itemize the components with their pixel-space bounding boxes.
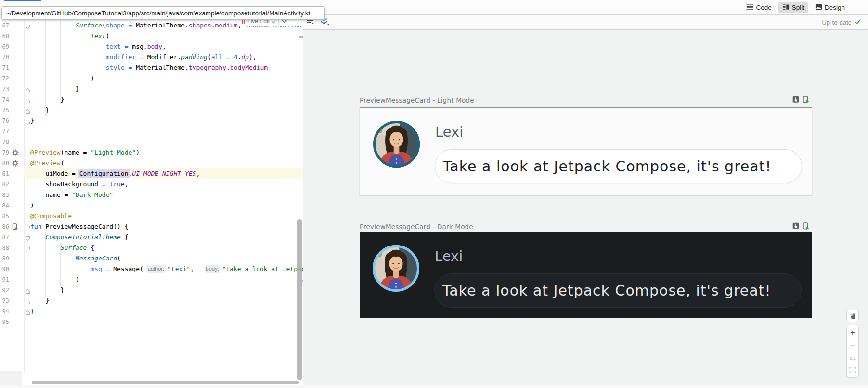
fold-marker[interactable] [25,86,30,91]
code-token: MaterialTheme. [136,22,189,29]
code-token: ) [136,149,140,156]
fold-marker[interactable] [25,234,30,240]
parameter-hint: body: [205,265,220,273]
code-line[interactable]: 95 [0,317,303,327]
code-line[interactable]: 72 ) [0,73,303,84]
code-text: } [30,285,64,296]
design-icon [815,3,822,12]
code-line[interactable]: 93 } [0,296,303,306]
tab-design[interactable]: Design [811,2,849,13]
tab-split[interactable]: Split [778,2,808,13]
line-number: 72 [0,73,9,84]
code-token: , [190,265,201,272]
code-text: } [30,116,34,126]
run-on-device-icon[interactable] [803,222,809,232]
line-number: 69 [0,41,9,52]
code-editor[interactable]: 67 Surface(shape = MaterialTheme.shapes.… [0,15,303,388]
code-token: style = [106,64,136,71]
code-token [30,43,106,50]
code-text: @Preview(name = "Light Mode") [30,147,140,158]
code-line[interactable]: 77 [0,126,303,137]
code-line[interactable]: 71 style = MaterialTheme.typography.body… [0,63,303,73]
interactive-mode-icon[interactable] [792,96,799,105]
zoom-100-button[interactable]: 1:1 [849,355,856,361]
code-line[interactable]: 73 } [0,84,303,94]
code-line[interactable]: 91 ) [0,274,303,285]
fold-marker[interactable] [25,245,30,250]
code-line[interactable]: 94} [0,306,303,317]
code-line[interactable]: 88 Surface { [0,243,303,253]
preview-settings-gear-icon[interactable] [12,149,19,156]
code-token: name = [30,191,72,198]
zoom-controls: + − 1:1 [846,325,859,378]
code-token [30,32,91,39]
file-path-breadcrumb[interactable]: ~/Development/GitHub/ComposeTutorial3/ap… [1,6,325,20]
code-line[interactable]: 74 } [0,94,303,105]
code-line[interactable]: 83 name = "Dark Mode" [0,190,303,200]
code-line[interactable]: 85@Composable [0,211,303,221]
code-line[interactable]: 84) [0,200,303,211]
fold-marker[interactable] [25,23,30,28]
preview-title-dark: PreviewMessageCard - Dark Mode [360,223,473,231]
line-number: 90 [0,264,9,274]
code-line[interactable]: 79@Preview(name = "Light Mode") [0,147,303,158]
code-line[interactable]: 87 ComposeTutorialTheme { [0,232,303,243]
preview-title-light: PreviewMessageCard - Light Mode [360,96,474,104]
pan-tool-button[interactable] [846,310,859,322]
code-line[interactable]: 76} [0,116,303,126]
line-number: 82 [0,179,9,190]
code-line[interactable]: 90 msg = Message(author:"Lexi", body:"Ta… [0,264,303,274]
code-text: } [30,306,34,317]
code-token: ( [61,159,65,167]
code-line[interactable]: 81 uiMode = Configuration.UI_MODE_NIGHT_… [0,168,303,179]
code-token: dp [241,53,249,61]
run-on-device-icon[interactable] [803,96,809,105]
code-line[interactable]: 78 [0,137,303,147]
code-token: ) [30,75,94,82]
fold-marker[interactable] [25,97,30,102]
tab-code[interactable]: Code [742,2,775,13]
line-number: 95 [0,317,9,327]
code-line[interactable]: 68 Text( [0,31,303,41]
zoom-in-button[interactable]: + [850,328,855,336]
fold-marker[interactable] [25,118,30,123]
fold-marker[interactable] [25,287,30,293]
code-token: , [162,43,166,50]
preview-card-dark: Lexi Take a look at Jetpack Compose, it'… [360,232,812,318]
tab-design-label: Design [825,4,845,11]
code-line[interactable]: 89 MessageCard( [0,253,303,264]
code-line[interactable]: 75 } [0,105,303,116]
code-line[interactable]: 80@Preview( [0,158,303,168]
run-preview-icon[interactable] [12,223,19,230]
split-icon [782,3,790,12]
fold-marker[interactable] [25,224,30,229]
code-token: ( [106,32,110,39]
editor-horizontal-scrollbar[interactable] [32,381,299,384]
code-text: } [30,84,79,94]
fold-marker[interactable] [25,298,30,303]
editor-vertical-scrollbar[interactable] [297,219,302,380]
code-line[interactable]: 82 showBackground = true, [0,179,303,190]
preview-settings-gear-icon[interactable] [12,160,19,167]
preview-card-light: Lexi Take a look at Jetpack Compose, it'… [360,107,812,195]
line-number: 93 [0,296,9,306]
code-text: modifier = Modifier.padding(all = 4.dp), [30,52,257,63]
code-line[interactable]: 86fun PreviewMessageCard() { [0,221,303,232]
code-line[interactable]: 92 } [0,285,303,296]
code-token [30,64,106,71]
code-token: "Dark Mode" [72,191,113,198]
fold-marker[interactable] [25,107,30,113]
fold-marker[interactable] [25,309,30,314]
code-token: Surface [61,244,87,251]
code-token: } [30,96,64,103]
interactive-mode-icon[interactable] [792,222,799,232]
code-token: , [196,170,200,177]
zoom-out-button[interactable]: − [850,342,855,350]
line-number: 75 [0,105,9,116]
code-text: ) [30,73,94,84]
code-line[interactable]: 69 text = msg.body, [0,41,303,52]
code-line[interactable]: 70 modifier = Modifier.padding(all = 4.d… [0,52,303,63]
code-token: , [125,181,129,188]
zoom-to-fit-icon[interactable] [849,366,856,375]
code-text: } [30,296,49,306]
